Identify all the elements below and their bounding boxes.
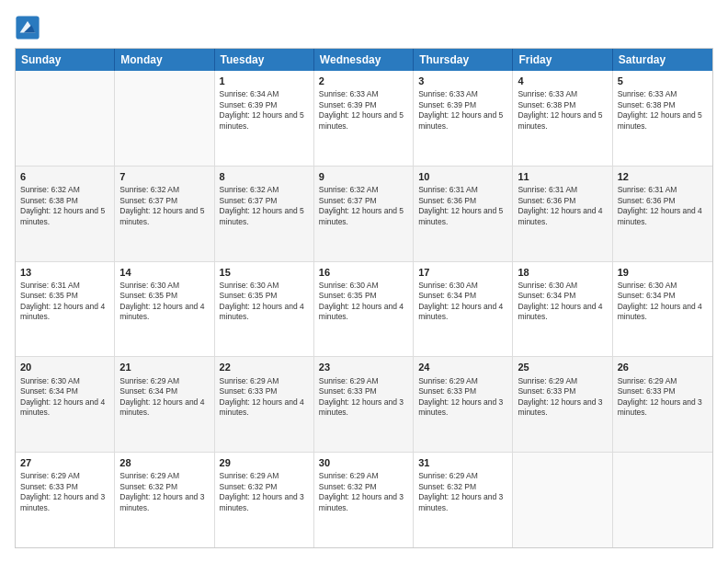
calendar-cell: 27Sunrise: 6:29 AM Sunset: 6:33 PM Dayli… bbox=[16, 453, 115, 547]
calendar-cell: 26Sunrise: 6:29 AM Sunset: 6:33 PM Dayli… bbox=[613, 357, 712, 452]
cell-date: 2 bbox=[319, 75, 408, 87]
cell-date: 31 bbox=[418, 456, 507, 469]
cell-info: Sunrise: 6:30 AM Sunset: 6:34 PM Dayligh… bbox=[618, 281, 708, 323]
cell-date: 28 bbox=[119, 456, 209, 469]
cell-info: Sunrise: 6:33 AM Sunset: 6:39 PM Dayligh… bbox=[418, 89, 507, 132]
logo-icon bbox=[15, 15, 40, 40]
calendar-cell bbox=[513, 453, 612, 547]
calendar-cell: 12Sunrise: 6:31 AM Sunset: 6:36 PM Dayli… bbox=[613, 167, 712, 261]
cell-date: 17 bbox=[418, 266, 507, 279]
calendar-cell: 21Sunrise: 6:29 AM Sunset: 6:34 PM Dayli… bbox=[115, 357, 214, 452]
calendar-cell: 8Sunrise: 6:32 AM Sunset: 6:37 PM Daylig… bbox=[215, 167, 314, 261]
calendar-cell: 9Sunrise: 6:32 AM Sunset: 6:37 PM Daylig… bbox=[314, 167, 414, 261]
calendar-cell bbox=[613, 453, 712, 547]
cell-info: Sunrise: 6:31 AM Sunset: 6:36 PM Dayligh… bbox=[418, 185, 507, 227]
day-header-monday: Monday bbox=[115, 49, 214, 71]
cell-date: 26 bbox=[618, 361, 708, 373]
calendar-cell: 25Sunrise: 6:29 AM Sunset: 6:33 PM Dayli… bbox=[513, 357, 612, 452]
cell-date: 8 bbox=[220, 170, 309, 183]
calendar: SundayMondayTuesdayWednesdayThursdayFrid… bbox=[15, 48, 713, 548]
calendar-row: 13Sunrise: 6:31 AM Sunset: 6:35 PM Dayli… bbox=[16, 262, 712, 358]
day-header-sunday: Sunday bbox=[16, 49, 115, 71]
calendar-cell bbox=[16, 71, 115, 166]
cell-info: Sunrise: 6:29 AM Sunset: 6:33 PM Dayligh… bbox=[319, 376, 408, 419]
calendar-cell: 22Sunrise: 6:29 AM Sunset: 6:33 PM Dayli… bbox=[215, 357, 314, 452]
cell-date: 22 bbox=[220, 361, 309, 373]
day-headers: SundayMondayTuesdayWednesdayThursdayFrid… bbox=[16, 49, 712, 71]
day-header-friday: Friday bbox=[513, 49, 612, 71]
cell-info: Sunrise: 6:29 AM Sunset: 6:33 PM Dayligh… bbox=[518, 376, 607, 419]
calendar-cell: 1Sunrise: 6:34 AM Sunset: 6:39 PM Daylig… bbox=[215, 71, 314, 166]
cell-date: 30 bbox=[319, 456, 408, 469]
cell-info: Sunrise: 6:29 AM Sunset: 6:32 PM Dayligh… bbox=[319, 471, 408, 513]
cell-date: 11 bbox=[518, 170, 607, 183]
cell-date: 7 bbox=[119, 170, 209, 183]
cell-info: Sunrise: 6:29 AM Sunset: 6:33 PM Dayligh… bbox=[20, 471, 109, 513]
cell-info: Sunrise: 6:29 AM Sunset: 6:32 PM Dayligh… bbox=[119, 471, 209, 513]
cell-info: Sunrise: 6:32 AM Sunset: 6:38 PM Dayligh… bbox=[20, 185, 109, 227]
calendar-row: 6Sunrise: 6:32 AM Sunset: 6:38 PM Daylig… bbox=[16, 167, 712, 262]
cell-info: Sunrise: 6:32 AM Sunset: 6:37 PM Dayligh… bbox=[119, 185, 209, 227]
calendar-cell: 20Sunrise: 6:30 AM Sunset: 6:34 PM Dayli… bbox=[16, 357, 115, 452]
calendar-cell: 30Sunrise: 6:29 AM Sunset: 6:32 PM Dayli… bbox=[314, 453, 414, 547]
cell-info: Sunrise: 6:31 AM Sunset: 6:36 PM Dayligh… bbox=[518, 185, 607, 227]
cell-info: Sunrise: 6:33 AM Sunset: 6:38 PM Dayligh… bbox=[618, 89, 708, 132]
calendar-cell: 2Sunrise: 6:33 AM Sunset: 6:39 PM Daylig… bbox=[314, 71, 414, 166]
cell-date: 18 bbox=[518, 266, 607, 279]
cell-date: 1 bbox=[220, 75, 309, 87]
cell-date: 12 bbox=[618, 170, 708, 183]
cell-info: Sunrise: 6:30 AM Sunset: 6:34 PM Dayligh… bbox=[20, 376, 109, 419]
calendar-cell: 15Sunrise: 6:30 AM Sunset: 6:35 PM Dayli… bbox=[215, 262, 314, 357]
cell-date: 23 bbox=[319, 361, 408, 373]
day-header-tuesday: Tuesday bbox=[215, 49, 314, 71]
calendar-cell: 7Sunrise: 6:32 AM Sunset: 6:37 PM Daylig… bbox=[115, 167, 214, 261]
calendar-cell: 23Sunrise: 6:29 AM Sunset: 6:33 PM Dayli… bbox=[314, 357, 414, 452]
cell-info: Sunrise: 6:29 AM Sunset: 6:32 PM Dayligh… bbox=[418, 471, 507, 513]
calendar-cell: 18Sunrise: 6:30 AM Sunset: 6:34 PM Dayli… bbox=[513, 262, 612, 357]
cell-date: 19 bbox=[618, 266, 708, 279]
calendar-cell: 11Sunrise: 6:31 AM Sunset: 6:36 PM Dayli… bbox=[513, 167, 612, 261]
cell-info: Sunrise: 6:29 AM Sunset: 6:33 PM Dayligh… bbox=[220, 376, 309, 419]
calendar-row: 27Sunrise: 6:29 AM Sunset: 6:33 PM Dayli… bbox=[16, 453, 712, 547]
calendar-cell: 19Sunrise: 6:30 AM Sunset: 6:34 PM Dayli… bbox=[613, 262, 712, 357]
cell-date: 24 bbox=[418, 361, 507, 373]
cell-info: Sunrise: 6:30 AM Sunset: 6:35 PM Dayligh… bbox=[220, 281, 309, 323]
calendar-cell: 31Sunrise: 6:29 AM Sunset: 6:32 PM Dayli… bbox=[414, 453, 513, 547]
cell-info: Sunrise: 6:30 AM Sunset: 6:35 PM Dayligh… bbox=[119, 281, 209, 323]
calendar-cell: 6Sunrise: 6:32 AM Sunset: 6:38 PM Daylig… bbox=[16, 167, 115, 261]
calendar-row: 20Sunrise: 6:30 AM Sunset: 6:34 PM Dayli… bbox=[16, 357, 712, 453]
cell-date: 3 bbox=[418, 75, 507, 87]
cell-date: 13 bbox=[20, 266, 109, 279]
cell-info: Sunrise: 6:29 AM Sunset: 6:34 PM Dayligh… bbox=[119, 376, 209, 419]
cell-date: 9 bbox=[319, 170, 408, 183]
cell-date: 15 bbox=[220, 266, 309, 279]
logo bbox=[15, 15, 44, 40]
cell-date: 5 bbox=[618, 75, 708, 87]
cell-date: 20 bbox=[20, 361, 109, 373]
cell-date: 21 bbox=[119, 361, 209, 373]
calendar-body: 1Sunrise: 6:34 AM Sunset: 6:39 PM Daylig… bbox=[16, 71, 712, 547]
calendar-cell: 3Sunrise: 6:33 AM Sunset: 6:39 PM Daylig… bbox=[414, 71, 513, 166]
cell-date: 4 bbox=[518, 75, 607, 87]
page: SundayMondayTuesdayWednesdayThursdayFrid… bbox=[0, 0, 728, 563]
cell-info: Sunrise: 6:31 AM Sunset: 6:35 PM Dayligh… bbox=[20, 281, 109, 323]
calendar-cell: 5Sunrise: 6:33 AM Sunset: 6:38 PM Daylig… bbox=[613, 71, 712, 166]
day-header-wednesday: Wednesday bbox=[314, 49, 414, 71]
calendar-cell: 10Sunrise: 6:31 AM Sunset: 6:36 PM Dayli… bbox=[414, 167, 513, 261]
header bbox=[15, 15, 713, 40]
cell-info: Sunrise: 6:29 AM Sunset: 6:33 PM Dayligh… bbox=[618, 376, 708, 419]
day-header-thursday: Thursday bbox=[414, 49, 513, 71]
cell-info: Sunrise: 6:34 AM Sunset: 6:39 PM Dayligh… bbox=[220, 89, 309, 132]
cell-info: Sunrise: 6:30 AM Sunset: 6:35 PM Dayligh… bbox=[319, 281, 408, 323]
cell-info: Sunrise: 6:31 AM Sunset: 6:36 PM Dayligh… bbox=[618, 185, 708, 227]
calendar-cell: 24Sunrise: 6:29 AM Sunset: 6:33 PM Dayli… bbox=[414, 357, 513, 452]
calendar-cell: 4Sunrise: 6:33 AM Sunset: 6:38 PM Daylig… bbox=[513, 71, 612, 166]
cell-info: Sunrise: 6:29 AM Sunset: 6:32 PM Dayligh… bbox=[220, 471, 309, 513]
calendar-cell bbox=[115, 71, 214, 166]
calendar-cell: 16Sunrise: 6:30 AM Sunset: 6:35 PM Dayli… bbox=[314, 262, 414, 357]
cell-info: Sunrise: 6:33 AM Sunset: 6:38 PM Dayligh… bbox=[518, 89, 607, 132]
calendar-row: 1Sunrise: 6:34 AM Sunset: 6:39 PM Daylig… bbox=[16, 71, 712, 167]
cell-info: Sunrise: 6:33 AM Sunset: 6:39 PM Dayligh… bbox=[319, 89, 408, 132]
cell-date: 25 bbox=[518, 361, 607, 373]
calendar-cell: 14Sunrise: 6:30 AM Sunset: 6:35 PM Dayli… bbox=[115, 262, 214, 357]
